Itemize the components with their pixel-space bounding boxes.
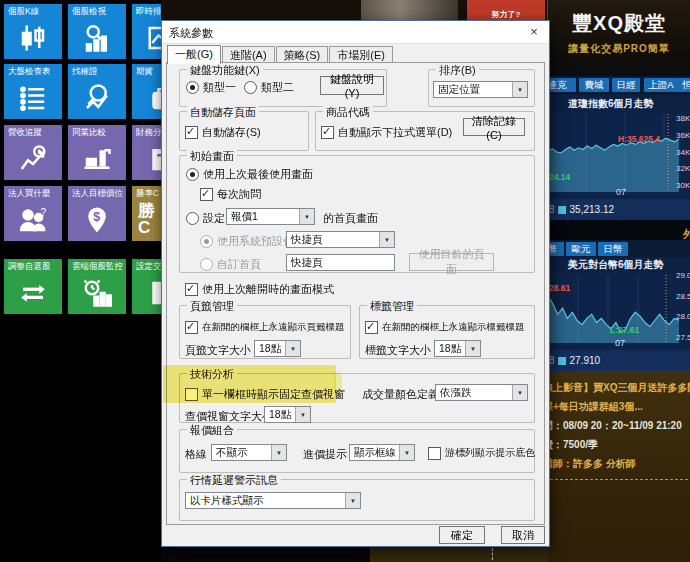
chart2-x-label: 07 xyxy=(615,338,625,348)
market-tab[interactable]: 幣 xyxy=(548,242,564,256)
chart1-title: 道瓊指數6個月走勢 xyxy=(548,95,690,112)
set-homepage-radio[interactable]: 設定 xyxy=(186,211,225,226)
app-tile[interactable]: 法人目標價位$ xyxy=(68,186,126,241)
dialog-tab[interactable]: 一般(G) xyxy=(167,45,221,64)
cursor-row-bg-checkbox[interactable]: 游標列顯示提示底色 xyxy=(428,446,535,460)
app-tile[interactable]: 個股K線 xyxy=(4,4,62,59)
legend2-swatch-icon xyxy=(558,357,566,365)
label-title-checkbox[interactable]: 在新開的欄框上永遠顯示標籤標題 xyxy=(365,321,525,334)
close-icon[interactable]: × xyxy=(519,21,549,43)
label-size-dropdown[interactable]: 18點 xyxy=(434,340,481,357)
page-tab-title-checkbox[interactable]: 在新開的欄框上永遠顯示頁籤標題 xyxy=(185,321,345,334)
radio-icon xyxy=(244,81,257,94)
statue-photo-fragment xyxy=(361,0,458,20)
market-tab[interactable]: 日經 xyxy=(612,78,640,92)
dialog-tab[interactable]: 進階(A) xyxy=(222,46,275,63)
dropdown-arrow-icon xyxy=(465,341,480,356)
market-tab[interactable]: 歐元 xyxy=(566,242,596,256)
app-tile[interactable]: 法人買什麼? xyxy=(4,186,62,241)
quote-page-dropdown[interactable]: 報價1 xyxy=(226,208,315,225)
gridline-dropdown[interactable]: 不顯示 xyxy=(211,444,287,461)
app-tile[interactable]: 同業比較 xyxy=(68,125,126,180)
market-tab[interactable]: 費城 xyxy=(579,78,609,92)
dropdown-value: 18點 xyxy=(255,342,285,356)
cancel-button[interactable]: 取消 xyxy=(501,526,545,544)
dropdown-arrow-icon xyxy=(399,445,414,460)
dropdown-value: 報價1 xyxy=(227,210,299,224)
tile-big-text: 勝 C xyxy=(138,202,157,236)
custom-homepage-input[interactable]: 快捷頁 xyxy=(286,254,395,271)
initial-screen-group-label: 初始畫面 xyxy=(187,149,237,164)
market-tabs-row-1: 達克費城日經上證A恒生 xyxy=(548,76,690,95)
promo-line: 費：7500/季 xyxy=(548,438,690,452)
quote-combo-group-label: 報價組合 xyxy=(187,423,237,438)
sort-dropdown[interactable]: 固定位置 xyxy=(433,81,528,98)
swap-arrows-icon xyxy=(4,272,62,314)
keyboard-type2-radio[interactable]: 類型二 xyxy=(244,80,294,95)
system-default-dropdown[interactable]: 快捷頁 xyxy=(286,231,395,248)
dow-chart: H:35,625.4 24.14 07 38K36K34K32K30K xyxy=(548,112,690,199)
custom-homepage-radio[interactable]: 自訂首頁 xyxy=(200,257,261,272)
bottom-strip-black xyxy=(161,545,370,562)
sort-group-label: 排序(B) xyxy=(436,63,479,78)
market-tab[interactable]: 達克 xyxy=(548,78,576,92)
quote-window-size-dropdown[interactable]: 18點 xyxy=(264,406,311,423)
autosave-checkbox[interactable]: 自動儲存(S) xyxy=(185,125,261,140)
tile-label: 勝率C xyxy=(136,188,159,200)
checkbox-icon xyxy=(185,126,198,139)
label-size-label: 標籤文字大小 xyxy=(365,343,431,358)
ask-every-time-checkbox[interactable]: 每次詢問 xyxy=(200,187,261,202)
volume-color-label: 成交量顏色定義 xyxy=(362,387,439,402)
y-axis-tick: 38K xyxy=(676,114,690,123)
use-last-screen-radio[interactable]: 使用上次最後使用畫面 xyxy=(186,167,313,182)
product-dropdown-checkbox[interactable]: 自動顯示下拉式選單(D) xyxy=(321,125,452,140)
delay-warning-dropdown[interactable]: 以卡片樣式顯示 xyxy=(185,492,361,509)
chart2-title: 美元對台幣6個月走勢 xyxy=(548,257,690,273)
fixed-quote-window-checkbox[interactable]: 單一欄框時顯示固定查價視窗 xyxy=(185,387,345,402)
last-screen-mode-checkbox[interactable]: 使用上次離開時的畫面模式 xyxy=(185,282,334,297)
app-tile[interactable]: 調整自選股 xyxy=(4,259,62,314)
market-tab[interactable]: 上證A xyxy=(644,78,678,92)
checkbox-label: 單一欄框時顯示固定查價視窗 xyxy=(202,387,345,402)
app-tile[interactable]: 雲端個股監控 xyxy=(68,259,126,314)
market-tab[interactable]: 恒生 xyxy=(677,78,690,92)
page-tab-size-dropdown[interactable]: 18點 xyxy=(254,340,301,357)
app-tile[interactable]: 個股檢視 xyxy=(68,4,126,59)
radio-label: 設定 xyxy=(203,211,225,226)
keyboard-help-button[interactable]: 鍵盤說明(Y) xyxy=(320,76,384,95)
dialog-tab[interactable]: 市場別(E) xyxy=(329,46,393,63)
clear-records-button[interactable]: 清除記錄(C) xyxy=(463,118,525,136)
keyboard-type1-radio[interactable]: 類型一 xyxy=(186,80,236,95)
radio-label: 使用系統預設值 xyxy=(217,234,294,249)
checkbox-icon xyxy=(185,388,198,401)
price-hint-label: 進價提示 xyxy=(303,447,347,462)
ok-button[interactable]: 確定 xyxy=(439,526,485,544)
volume-color-dropdown[interactable]: 依漲跌 xyxy=(435,384,528,401)
promo-line: 線上影音】買XQ三個月送許多多開 xyxy=(548,381,690,395)
checkbox-icon xyxy=(200,188,213,201)
system-default-radio[interactable]: 使用系統預設值 xyxy=(200,234,294,249)
dropdown-arrow-icon xyxy=(285,341,300,356)
app-tile[interactable]: 找權證 xyxy=(68,64,126,119)
dropdown-arrow-icon xyxy=(512,385,527,400)
use-current-page-button[interactable]: 使用目前的頁面 xyxy=(409,253,494,271)
radio-label: 類型二 xyxy=(261,80,294,95)
dialog-titlebar: 系統參數 × xyxy=(162,21,549,44)
y-axis-tick: 28.5 xyxy=(676,292,690,301)
app-tile[interactable]: 大盤檢查表 xyxy=(4,64,62,119)
market-tab[interactable]: 日幣 xyxy=(598,242,628,256)
y-axis-tick: 29.0 xyxy=(676,271,690,280)
radio-icon xyxy=(200,258,213,271)
autosave-group-label: 自動儲存頁面 xyxy=(187,105,259,120)
price-hint-dropdown[interactable]: 顯示框線 xyxy=(349,444,415,461)
chart1-legend: 8 35,213.12 xyxy=(548,199,690,220)
dialog-tab[interactable]: 策略(S) xyxy=(276,46,329,63)
candlestick-icon xyxy=(4,17,62,59)
brand-banner: 豐XQ殿堂 讓量化交易PRO簡單 xyxy=(548,0,690,76)
technical-analysis-group-label: 技術分析 xyxy=(187,367,237,382)
radio-label: 類型一 xyxy=(203,80,236,95)
dropdown-arrow-icon xyxy=(295,407,310,422)
compare-icon xyxy=(68,138,126,180)
app-tile[interactable]: 營收追蹤 xyxy=(4,125,62,180)
y-axis-tick: 34K xyxy=(676,148,690,157)
